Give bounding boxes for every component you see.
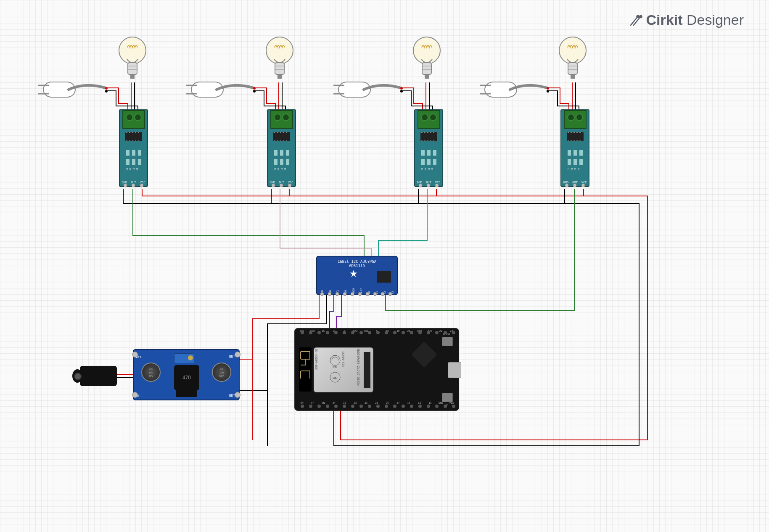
capacitor-icon: 6S10050V xyxy=(212,363,231,382)
svg-text:C1: C1 xyxy=(428,168,430,170)
light-bulb-icon[interactable] xyxy=(265,36,294,84)
svg-point-153 xyxy=(326,331,329,334)
svg-rect-42 xyxy=(138,132,139,133)
svg-rect-108 xyxy=(571,132,572,133)
svg-point-33 xyxy=(400,90,403,93)
svg-point-148 xyxy=(301,405,304,408)
svg-point-28 xyxy=(253,87,256,90)
svg-point-82 xyxy=(280,184,283,187)
svg-rect-115 xyxy=(576,140,578,141)
svg-rect-89 xyxy=(421,140,423,141)
svg-point-58 xyxy=(124,184,127,187)
svg-point-165 xyxy=(376,331,380,334)
buck-chip-icon xyxy=(176,389,197,397)
svg-rect-45 xyxy=(132,140,133,141)
svg-point-156 xyxy=(334,405,338,408)
svg-rect-66 xyxy=(274,140,275,141)
svg-rect-62 xyxy=(277,132,278,133)
svg-rect-110 xyxy=(576,132,578,133)
svg-rect-8 xyxy=(275,63,284,74)
svg-rect-73 xyxy=(286,150,289,156)
pad-icon xyxy=(132,392,138,398)
sensor-passives-icon: C2 R1 C1 D1 xyxy=(272,148,291,173)
esp32-devkit[interactable]: ESP-WROOM-32 WiFi CE 205-00031 FCCID:2AC… xyxy=(294,328,459,411)
svg-text:C2: C2 xyxy=(274,168,276,170)
svg-point-163 xyxy=(368,331,371,334)
screw-terminal-icon xyxy=(564,110,587,129)
svg-point-137 xyxy=(373,292,377,296)
svg-rect-113 xyxy=(571,140,572,141)
pad-icon xyxy=(132,352,138,357)
svg-point-160 xyxy=(351,405,354,408)
svg-point-161 xyxy=(359,331,363,334)
trimmer-pot-icon xyxy=(174,353,194,363)
light-bulb-icon[interactable] xyxy=(558,36,587,84)
svg-rect-11 xyxy=(277,74,282,79)
svg-rect-38 xyxy=(126,132,127,133)
svg-rect-64 xyxy=(283,132,284,133)
light-bulb-icon[interactable] xyxy=(412,36,441,84)
svg-rect-67 xyxy=(277,140,278,141)
svg-text:D1: D1 xyxy=(431,168,433,170)
svg-rect-40 xyxy=(132,132,133,133)
svg-rect-6 xyxy=(130,74,135,79)
svg-rect-88 xyxy=(433,132,434,133)
svg-text:R1: R1 xyxy=(129,168,132,170)
svg-rect-99 xyxy=(433,159,436,165)
buck-converter-lm2596[interactable]: 6S10050V 6S10050V 470 IN+ IN- OUT+ OUT- xyxy=(133,349,240,400)
svg-rect-70 xyxy=(286,140,287,141)
svg-text:50V: 50V xyxy=(219,375,224,377)
svg-point-179 xyxy=(435,331,439,334)
svg-point-162 xyxy=(359,405,363,408)
wire xyxy=(336,294,341,331)
screw-terminal-icon xyxy=(418,110,440,129)
current-sensor-acs712[interactable]: C2 R1 C1 D1 GND OUT VCC xyxy=(414,109,443,187)
current-sensor-acs712[interactable]: C2 R1 C1 D1 GND OUT VCC xyxy=(119,109,148,187)
svg-text:D1: D1 xyxy=(284,168,286,170)
current-sensor-acs712[interactable]: C2 R1 C1 D1 GND OUT VCC xyxy=(267,109,296,187)
svg-point-170 xyxy=(393,405,396,408)
ac-plug-icon[interactable] xyxy=(36,78,111,103)
svg-text:100: 100 xyxy=(219,371,224,374)
svg-rect-90 xyxy=(424,140,425,141)
svg-text:C1: C1 xyxy=(280,168,283,170)
svg-rect-91 xyxy=(427,140,428,141)
svg-point-177 xyxy=(427,331,430,334)
svg-rect-92 xyxy=(430,140,431,141)
adc-ads1115[interactable]: 16Bit I2C ADC+PGA ADS1115 VDDGNDSCLSDAAD… xyxy=(316,256,398,295)
svg-point-136 xyxy=(366,292,369,296)
svg-rect-84 xyxy=(421,132,423,133)
adc-title: 16Bit I2C ADC+PGA ADS1115 xyxy=(338,260,376,268)
svg-point-172 xyxy=(402,405,405,408)
svg-rect-118 xyxy=(573,150,577,156)
svg-rect-49 xyxy=(132,150,135,156)
svg-point-135 xyxy=(358,292,362,296)
svg-point-128 xyxy=(573,184,576,187)
svg-point-131 xyxy=(328,292,331,296)
svg-point-138 xyxy=(381,292,384,296)
ac-plug-icon[interactable] xyxy=(184,78,259,103)
sensor-chip-icon xyxy=(125,132,142,141)
svg-text:C2: C2 xyxy=(567,168,570,170)
svg-point-157 xyxy=(343,331,346,334)
svg-point-25 xyxy=(105,90,108,93)
dc-barrel-jack[interactable] xyxy=(80,366,117,386)
svg-rect-93 xyxy=(433,140,434,141)
svg-point-182 xyxy=(444,405,447,408)
svg-rect-61 xyxy=(274,132,275,133)
ac-plug-icon[interactable] xyxy=(331,78,407,103)
svg-text:C2: C2 xyxy=(421,168,423,170)
svg-point-12 xyxy=(413,37,440,64)
screw-terminal-icon xyxy=(270,110,293,129)
svg-rect-114 xyxy=(573,140,575,141)
ac-plug-icon[interactable] xyxy=(477,78,553,103)
svg-text:R1: R1 xyxy=(277,168,280,170)
svg-rect-94 xyxy=(421,150,425,156)
svg-rect-97 xyxy=(421,159,425,165)
svg-text:C2: C2 xyxy=(126,168,128,170)
current-sensor-acs712[interactable]: C2 R1 C1 D1 GND OUT VCC xyxy=(560,109,589,187)
svg-point-2 xyxy=(119,37,146,64)
svg-rect-63 xyxy=(280,132,281,133)
light-bulb-icon[interactable] xyxy=(118,36,147,84)
svg-rect-50 xyxy=(138,150,141,156)
